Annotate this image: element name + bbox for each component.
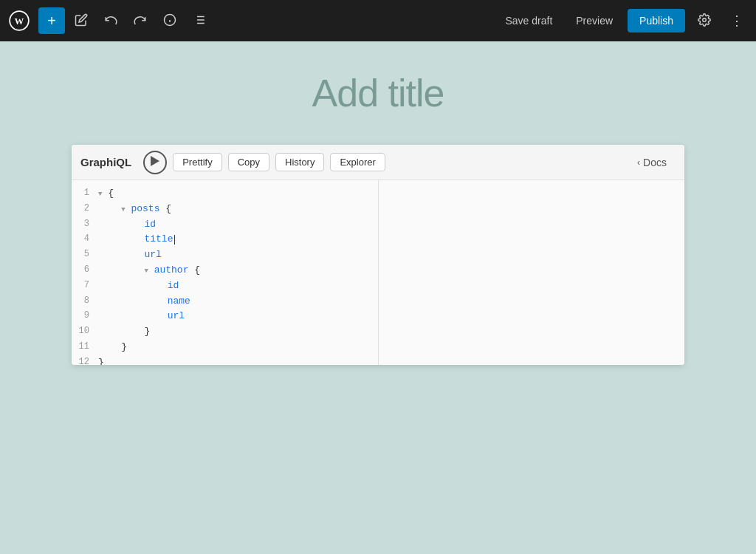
code-line: 11 }	[72, 340, 378, 355]
save-draft-button[interactable]: Save draft	[496, 10, 561, 31]
graphiql-editor[interactable]: 1▼ {2 ▼ posts {3 id4 title5 url6 ▼ autho…	[72, 180, 379, 365]
play-icon	[151, 156, 159, 168]
code-line: 1▼ {	[72, 186, 378, 202]
explorer-button[interactable]: Explorer	[330, 153, 385, 171]
toolbar: W +	[0, 0, 756, 41]
code-line: 3 id	[72, 217, 378, 233]
settings-button[interactable]	[691, 7, 718, 34]
svg-text:W: W	[15, 16, 24, 27]
code-line: 9 url	[72, 309, 378, 324]
title-placeholder[interactable]: Add title	[312, 71, 444, 115]
redo-button[interactable]	[127, 7, 154, 34]
graphiql-toolbar: GraphiQL Prettify Copy History Explorer …	[72, 145, 684, 180]
list-icon	[193, 13, 206, 29]
line-number: 9	[78, 309, 98, 324]
code-line: 12}	[72, 355, 378, 365]
code-line: 10 }	[72, 324, 378, 340]
toolbar-right: Save draft Preview Publish ⋮	[496, 7, 750, 34]
undo-button[interactable]	[97, 7, 124, 34]
line-content: name	[98, 294, 190, 310]
content-area: Add title GraphiQL Prettify Copy History…	[0, 41, 756, 554]
info-icon	[163, 13, 176, 29]
code-line: 2 ▼ posts {	[72, 202, 378, 217]
line-content: ▼ {	[98, 186, 114, 202]
line-content: url	[98, 247, 162, 263]
graphiql-title: GraphiQL	[80, 156, 131, 168]
gear-icon	[698, 13, 711, 29]
preview-button[interactable]: Preview	[567, 10, 622, 31]
code-line: 6 ▼ author {	[72, 263, 378, 278]
edit-button[interactable]	[68, 7, 94, 34]
line-content: url	[98, 309, 185, 324]
line-content: id	[98, 217, 156, 233]
svg-point-11	[703, 18, 707, 21]
line-number: 10	[78, 324, 98, 340]
line-number: 5	[78, 247, 98, 263]
info-button[interactable]	[157, 7, 183, 34]
more-icon: ⋮	[730, 13, 743, 29]
graphiql-body: 1▼ {2 ▼ posts {3 id4 title5 url6 ▼ autho…	[72, 180, 684, 365]
graphiql-results	[379, 180, 685, 365]
run-query-button[interactable]	[143, 151, 167, 174]
publish-button[interactable]: Publish	[628, 9, 685, 33]
add-block-button[interactable]: +	[38, 7, 65, 34]
line-content: }	[98, 324, 150, 340]
redo-icon	[134, 13, 147, 29]
history-button[interactable]: History	[275, 153, 324, 171]
line-number: 12	[78, 355, 98, 365]
list-view-button[interactable]	[186, 7, 213, 34]
prettify-button[interactable]: Prettify	[173, 153, 221, 171]
svg-marker-12	[151, 156, 159, 166]
code-line: 5 url	[72, 247, 378, 263]
line-number: 2	[78, 202, 98, 217]
line-content: }	[98, 355, 104, 365]
line-content: }	[98, 340, 127, 355]
line-content: ▼ posts {	[98, 202, 171, 217]
plus-icon: +	[47, 13, 56, 30]
line-number: 8	[78, 294, 98, 310]
undo-icon	[104, 13, 117, 29]
chevron-left-icon: ‹	[637, 157, 640, 168]
code-line: 8 name	[72, 294, 378, 310]
toolbar-left: W +	[6, 7, 493, 34]
more-options-button[interactable]: ⋮	[724, 7, 750, 34]
line-content: title	[98, 232, 175, 247]
line-content: id	[98, 278, 179, 294]
line-number: 7	[78, 278, 98, 294]
wp-logo: W	[6, 7, 32, 34]
docs-button[interactable]: ‹ Docs	[628, 154, 676, 171]
code-line: 7 id	[72, 278, 378, 294]
line-number: 11	[78, 340, 98, 355]
line-number: 1	[78, 186, 98, 202]
line-number: 4	[78, 232, 98, 247]
line-number: 3	[78, 217, 98, 233]
copy-button[interactable]: Copy	[228, 153, 269, 171]
line-number: 6	[78, 263, 98, 278]
code-line: 4 title	[72, 232, 378, 247]
graphiql-block: GraphiQL Prettify Copy History Explorer …	[72, 145, 684, 365]
line-content: ▼ author {	[98, 263, 200, 278]
pencil-icon	[75, 13, 88, 29]
